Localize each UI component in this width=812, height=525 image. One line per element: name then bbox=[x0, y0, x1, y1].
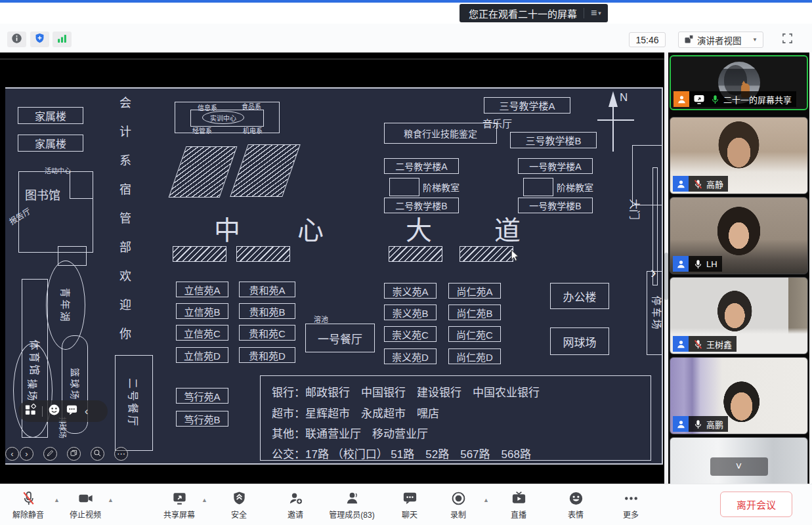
participant-role-badge bbox=[673, 336, 689, 352]
scroll-down-button[interactable]: ˅ bbox=[710, 457, 768, 476]
map-box: 尚仁苑A bbox=[448, 283, 501, 299]
ellipsis-icon: ⋯ bbox=[117, 450, 125, 458]
view-mode-label: 演讲者视图 bbox=[697, 33, 742, 47]
gate-building bbox=[632, 145, 663, 205]
participant-label-bar: 二十一的屏幕共享 bbox=[673, 91, 796, 107]
name-chip: 王树鑫 bbox=[689, 336, 737, 352]
screen-share-icon bbox=[692, 92, 706, 106]
participant-label-bar: 高鹏 bbox=[673, 416, 728, 432]
meeting-toolbar: 解除静音 ▲ 停止视频 ▲ 共享屏幕 ▲ 安全 邀请 管理成员(83) 聊天 录… bbox=[0, 484, 812, 525]
map-box: 尚仁苑D bbox=[448, 348, 501, 364]
north-label: N bbox=[620, 91, 628, 104]
map-rect bbox=[523, 178, 553, 196]
chat-bubble-icon[interactable] bbox=[66, 404, 78, 419]
map-box: 尚仁苑B bbox=[448, 304, 501, 320]
collapse-chevron-icon[interactable]: ‹ bbox=[85, 406, 88, 417]
meeting-info-button[interactable] bbox=[7, 32, 26, 47]
mic-muted-icon bbox=[691, 177, 704, 190]
protection-button[interactable] bbox=[30, 32, 49, 47]
shared-screen-area[interactable]: N 家属楼家属楼会计系宿管部欢迎你信息系食品系实训中心经管系机电系三号教学楼A音… bbox=[0, 52, 664, 484]
activity-center: 活动中心 bbox=[45, 165, 71, 175]
annotate-button[interactable] bbox=[43, 447, 57, 461]
family-bldg-1: 家属楼 bbox=[18, 107, 83, 124]
top-accent-line bbox=[0, 0, 812, 3]
map-box: 崇义苑C bbox=[384, 326, 437, 342]
participant-role-badge bbox=[673, 256, 689, 272]
dining-hall-2: 二号餐厅 bbox=[115, 355, 153, 451]
participant-tile-6[interactable]: ˅ bbox=[670, 437, 808, 484]
info-market: 超市：星辉超市 永成超市 嘿店 bbox=[272, 404, 439, 421]
map-hatch bbox=[173, 246, 226, 262]
dining-hall-1: 一号餐厅 bbox=[305, 324, 375, 352]
name-chip: 二十一的屏幕共享 bbox=[689, 91, 796, 107]
top-toolbar: 15:46 演讲者视图 ▼ bbox=[0, 24, 812, 52]
dept-mgmt: 经管系 bbox=[192, 125, 212, 135]
map-big: 道 bbox=[494, 209, 521, 247]
prev-button[interactable]: ‹ bbox=[5, 447, 19, 461]
participant-name: 高鹏 bbox=[706, 418, 723, 430]
signal-bars-icon bbox=[56, 33, 68, 47]
teach-2a: 二号教学楼A bbox=[384, 158, 459, 174]
map-hatch bbox=[236, 246, 290, 262]
teach-1b: 一号教学楼B bbox=[518, 198, 593, 213]
participant-name: 王树鑫 bbox=[706, 338, 732, 350]
emoji-reaction-icon[interactable] bbox=[48, 404, 60, 419]
participant-tile-4[interactable]: 王树鑫 bbox=[670, 277, 808, 354]
participant-tile-3[interactable]: LH bbox=[670, 197, 808, 274]
name-chip: 高鹏 bbox=[689, 416, 728, 432]
participant-tile-2[interactable]: 高静 bbox=[670, 117, 808, 194]
chevron-down-icon: ˅ bbox=[736, 461, 742, 472]
tennis-court: 网球场 bbox=[550, 327, 609, 355]
next-button[interactable]: › bbox=[20, 447, 33, 461]
map-box: 立信苑D bbox=[176, 347, 228, 363]
more-button[interactable]: 更多 bbox=[591, 489, 670, 520]
map-hatch bbox=[389, 246, 442, 262]
time-text: 15:46 bbox=[635, 35, 658, 45]
participant-role-badge bbox=[673, 91, 689, 107]
mic-icon bbox=[691, 257, 704, 270]
mic-muted-icon bbox=[691, 337, 704, 350]
training-center: 实训中心 bbox=[202, 111, 244, 124]
watching-banner[interactable]: 您正在观看二十一的屏幕 ≡▾ bbox=[459, 4, 608, 22]
teach-3a: 三号教学楼A bbox=[484, 97, 570, 114]
fullscreen-button[interactable] bbox=[779, 32, 796, 47]
mic-icon bbox=[708, 93, 721, 106]
hamburger-icon: ≡ bbox=[591, 7, 597, 19]
map-big: 大 bbox=[406, 209, 432, 247]
leave-meeting-button[interactable]: 离开会议 bbox=[720, 492, 792, 517]
chevron-right-icon: › bbox=[651, 262, 656, 282]
annotation-toolbar[interactable]: ‹ bbox=[18, 400, 108, 422]
mouse-cursor bbox=[510, 249, 520, 264]
clock-display: 15:46 bbox=[629, 32, 666, 47]
chevron-right-icon: › bbox=[25, 450, 28, 458]
mic-icon bbox=[691, 417, 704, 430]
copy-button[interactable] bbox=[67, 447, 81, 461]
magnifier-button[interactable] bbox=[91, 447, 104, 461]
view-mode-select[interactable]: 演讲者视图 ▼ bbox=[678, 32, 763, 48]
participant-role-badge bbox=[673, 176, 689, 192]
name-chip: 高静 bbox=[689, 176, 728, 192]
stop-video-button[interactable]: 停止视频 bbox=[46, 489, 125, 520]
participant-tile-1[interactable]: 二十一的屏幕共享 bbox=[670, 55, 808, 110]
map-box: 崇义苑B bbox=[384, 304, 437, 320]
playground: 操场 bbox=[13, 343, 53, 438]
video-options-caret[interactable]: ▲ bbox=[108, 497, 114, 503]
pencil-icon bbox=[45, 448, 55, 459]
dept-info: 信息系 bbox=[198, 102, 217, 112]
office-bldg: 办公楼 bbox=[550, 283, 609, 309]
more-tools-button[interactable]: ⋯ bbox=[114, 447, 128, 461]
whiteboard-apps-icon[interactable] bbox=[24, 404, 37, 419]
teach-3b: 三号教学楼B bbox=[510, 132, 597, 148]
sidebar-expand-chevron[interactable]: › bbox=[651, 264, 656, 281]
fullscreen-icon bbox=[781, 32, 794, 47]
name-chip: LH bbox=[689, 256, 722, 272]
participant-tile-5[interactable]: 高鹏 bbox=[670, 357, 808, 434]
banner-divider bbox=[584, 8, 584, 18]
network-quality-button[interactable] bbox=[53, 32, 72, 47]
banner-menu-button[interactable]: ≡▾ bbox=[591, 7, 601, 19]
map-box: 立信苑A bbox=[176, 282, 228, 297]
participant-label-bar: 高静 bbox=[673, 176, 728, 192]
magnifier-icon bbox=[93, 448, 102, 459]
map-box: 立信苑B bbox=[176, 303, 228, 319]
map-box: 贵和苑D bbox=[239, 347, 295, 363]
